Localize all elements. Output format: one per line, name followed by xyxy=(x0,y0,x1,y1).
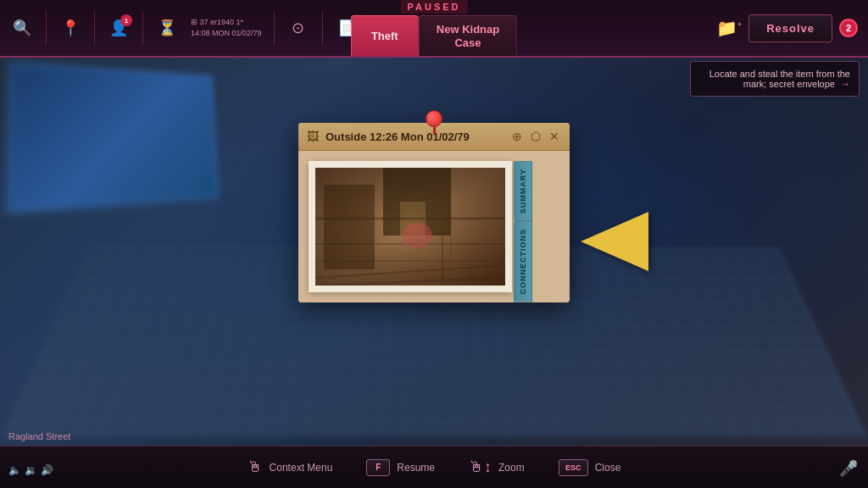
tooltip: Locate and steal the item from the mark;… xyxy=(690,61,860,97)
map-icon[interactable]: 📍 xyxy=(55,13,86,43)
close-label: Close xyxy=(595,462,621,474)
svg-rect-12 xyxy=(315,168,505,286)
person-icon[interactable]: 👤 xyxy=(103,13,134,43)
esc-key[interactable]: ESC xyxy=(559,459,588,476)
resume-label: Resume xyxy=(397,462,435,474)
arrow-shape xyxy=(581,212,648,271)
card-body: SUMMARY CONNECTIONS xyxy=(298,151,570,302)
card-image-icon: 🖼 xyxy=(307,130,319,143)
card-actions: ⊕ ⬡ ✕ xyxy=(510,128,561,145)
push-pin xyxy=(426,110,442,127)
divider xyxy=(142,11,143,45)
hud-stats: ⊞ 37 er1940 1* 14:08 MON 01/02/79 xyxy=(187,17,265,38)
card-cube-icon[interactable]: ⬡ xyxy=(529,128,542,145)
volume-icon-2[interactable]: 🔉 xyxy=(25,464,37,476)
hud-right: 📁+ Resolve 2 xyxy=(706,0,868,56)
resolve-button[interactable]: Resolve xyxy=(748,14,832,42)
hourglass-icon[interactable]: ⏳ xyxy=(152,13,182,43)
center-tabs: Theft New KidnapCase xyxy=(351,0,517,56)
tooltip-arrow-icon: → xyxy=(841,79,850,89)
hud-left: 🔍 📍 👤 ⏳ ⊞ 37 er1940 1* 14:08 MON 01/02/7… xyxy=(0,0,369,56)
stat-row-2: 14:08 MON 01/02/79 xyxy=(191,28,262,39)
close-control: ESC Close xyxy=(559,459,621,476)
divider xyxy=(94,11,95,45)
mouse-scroll-icon: 🖱↕ xyxy=(469,458,492,476)
summary-tab[interactable]: SUMMARY xyxy=(514,161,532,221)
side-tabs: SUMMARY CONNECTIONS xyxy=(514,161,532,292)
card-close-icon[interactable]: ✕ xyxy=(548,128,561,145)
tab-new-kidnap-case[interactable]: New KidnapCase xyxy=(419,15,517,56)
photo-frame xyxy=(309,161,512,292)
divider xyxy=(274,11,275,45)
card: 🖼 Outside 12:26 Mon 01/02/79 ⊕ ⬡ ✕ xyxy=(298,123,570,302)
volume-icon-1[interactable]: 🔈 xyxy=(8,464,21,476)
mouse-icon-context: 🖱 xyxy=(248,458,263,476)
notification-badge: 2 xyxy=(839,19,858,37)
stat-row-1: ⊞ 37 er1940 1* xyxy=(191,17,262,28)
pin-stem xyxy=(433,127,436,134)
tooltip-text: Locate and steal the item from the mark;… xyxy=(709,69,850,89)
connections-tab[interactable]: CONNECTIONS xyxy=(514,221,532,302)
background-book xyxy=(7,62,219,214)
context-menu-label: Context Menu xyxy=(270,462,333,474)
context-menu-control: 🖱 Context Menu xyxy=(248,458,333,476)
top-bar: PAUSED 🔍 📍 👤 ⏳ ⊞ 37 er1940 1* 14:08 MON … xyxy=(0,0,868,58)
card-add-icon[interactable]: ⊕ xyxy=(510,128,524,145)
volume-icon-3[interactable]: 🔊 xyxy=(41,464,53,476)
pin-head xyxy=(426,110,442,127)
f-key[interactable]: F xyxy=(366,459,390,476)
zoom-control: 🖱↕ Zoom xyxy=(469,458,525,476)
arrow-indicator xyxy=(581,212,648,271)
divider xyxy=(46,11,47,45)
search-icon[interactable]: 🔍 xyxy=(7,13,37,43)
resume-control: F Resume xyxy=(366,459,435,476)
volume-controls: 🔈 🔉 🔊 xyxy=(8,464,53,476)
folder-plus-button[interactable]: 📁+ xyxy=(716,18,742,38)
photo-svg xyxy=(315,168,505,286)
location-label: Ragland Street xyxy=(8,431,70,441)
mic-icon[interactable]: 🎤 xyxy=(839,459,858,478)
zoom-label: Zoom xyxy=(498,462,525,474)
photo-content xyxy=(315,168,505,286)
divider xyxy=(322,11,323,45)
card-title: Outside 12:26 Mon 01/02/79 xyxy=(326,130,504,143)
bottom-bar: 🔈 🔉 🔊 🖱 Context Menu F Resume 🖱↕ Zoom ES… xyxy=(0,446,868,488)
tab-theft[interactable]: Theft xyxy=(351,15,419,56)
circle-icon[interactable]: ⊙ xyxy=(283,13,314,43)
